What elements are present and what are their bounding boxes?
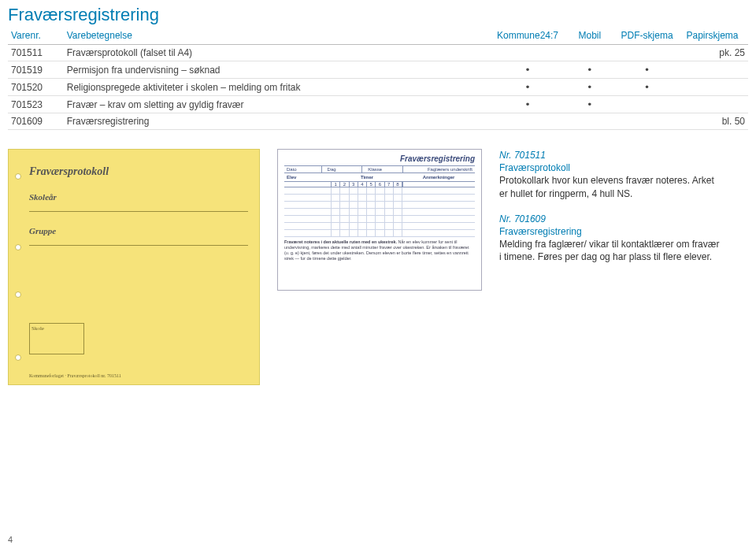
col-varenr: Varenr.	[8, 27, 64, 45]
num-cell: 3	[350, 182, 358, 187]
grid-row	[284, 223, 475, 230]
cell-k: •	[494, 96, 562, 113]
num-cell: 5	[367, 182, 376, 187]
table-header-row: Varenr. Varebetegnelse Kommune24:7 Mobil…	[8, 27, 748, 45]
num-cell: 7	[385, 182, 394, 187]
cell-nr: 701609	[8, 113, 64, 130]
col-mobil: Mobil	[561, 27, 617, 45]
white-note: Fraværet noteres i den aktuelle ruten me…	[284, 239, 475, 262]
col-kommune: Kommune24:7	[494, 27, 562, 45]
col-papir: Papirskjema	[676, 27, 748, 45]
cell-m: •	[561, 79, 617, 96]
desc-bold: Fraværsprotokoll	[499, 162, 570, 173]
desc-nr: Nr. 701511	[499, 150, 546, 161]
yellow-label-skolear: Skoleår	[29, 192, 248, 202]
cell-pp: bl. 50	[676, 113, 748, 130]
col-varebetegnelse: Varebetegnelse	[64, 27, 494, 45]
num-cell: 8	[394, 182, 402, 187]
white-anm: Anmerkninger	[402, 173, 475, 181]
col-pdf: PDF-skjema	[617, 27, 676, 45]
white-numrow: 1 2 3 4 5 6 7 8	[284, 182, 475, 187]
white-sheet-image: Fraværsregistrering Dato Dag Klasse Fagl…	[277, 149, 482, 291]
note-bold: Fraværet noteres i den aktuelle ruten me…	[284, 239, 397, 244]
desc-nr: Nr. 701609	[499, 213, 546, 224]
cell-p: •	[617, 61, 676, 79]
table-row: 701609 Fraværsregistrering bl. 50	[8, 113, 748, 130]
cell-m: •	[561, 96, 617, 113]
cell-desc: Fraværsprotokoll (falset til A4)	[64, 45, 494, 61]
white-sign: Faglærers underskrift	[406, 166, 475, 172]
content-row: Fraværsprotokoll Skoleår Gruppe Skole Ko…	[8, 149, 748, 385]
cell-m	[561, 113, 617, 130]
grid-row	[284, 195, 475, 202]
grid-row	[284, 187, 475, 195]
yellow-sheet-image: Fraværsprotokoll Skoleår Gruppe Skole Ko…	[8, 149, 260, 385]
num-cell: 2	[340, 182, 349, 187]
white-dag: Dag	[325, 166, 363, 172]
desc-body: Melding fra faglærer/ vikar til kontaktl…	[499, 239, 719, 262]
cell-k	[494, 113, 562, 130]
cell-m	[561, 45, 617, 61]
page-number: 4	[8, 535, 13, 544]
white-timer: Timer	[332, 173, 402, 181]
punch-hole-icon	[15, 354, 21, 361]
cell-k: •	[494, 79, 562, 96]
table-row: 701519 Permisjon fra undervisning – søkn…	[8, 61, 748, 79]
cell-k	[494, 45, 562, 61]
cell-nr: 701523	[8, 96, 64, 113]
cell-nr: 701519	[8, 61, 64, 79]
white-header-row: Dato Dag Klasse Faglærers underskrift	[284, 165, 475, 173]
punch-hole-icon	[15, 173, 21, 180]
desc-para-2: Nr. 701609 Fraværsregistrering Melding f…	[499, 213, 720, 264]
cell-p	[617, 96, 676, 113]
white-dato: Dato	[284, 166, 322, 172]
num-cell: 4	[358, 182, 367, 187]
yellow-footer: Kommuneforlaget · Fraværsprotokoll nr. 7…	[29, 373, 121, 378]
cell-pp	[676, 96, 748, 113]
product-table: Varenr. Varebetegnelse Kommune24:7 Mobil…	[8, 27, 748, 130]
cell-p	[617, 45, 676, 61]
white-klasse: Klasse	[365, 166, 403, 172]
cell-desc: Fravær – krav om sletting av gyldig frav…	[64, 96, 494, 113]
cell-desc: Permisjon fra undervisning – søknad	[64, 61, 494, 79]
blank-line	[29, 245, 248, 246]
desc-bold: Fraværsregistrering	[499, 226, 582, 237]
grid-row	[284, 209, 475, 216]
punch-hole-icon	[15, 244, 21, 250]
table-row: 701520 Religionspregede aktiviteter i sk…	[8, 79, 748, 96]
cell-desc: Fraværsregistrering	[64, 113, 494, 130]
cell-k: •	[494, 61, 562, 79]
cell-desc: Religionspregede aktiviteter i skolen – …	[64, 79, 494, 96]
desc-para-1: Nr. 701511 Fraværsprotokoll Protokollark…	[499, 149, 720, 200]
desc-body: Protokollark hvor kun elevens fravær not…	[499, 175, 714, 198]
blank-line	[29, 211, 248, 212]
cell-pp	[676, 61, 748, 79]
right-description: Nr. 701511 Fraværsprotokoll Protokollark…	[499, 149, 720, 276]
cell-nr: 701511	[8, 45, 64, 61]
yellow-title: Fraværsprotokoll	[29, 165, 248, 178]
grid-row	[284, 216, 475, 223]
num-cell: 1	[332, 182, 340, 187]
punch-hole-icon	[15, 291, 21, 298]
num-cell: 6	[376, 182, 384, 187]
white-elev: Elev	[284, 173, 332, 181]
grid-row	[284, 202, 475, 209]
yellow-box: Skole	[29, 323, 84, 354]
grid-row	[284, 230, 475, 237]
yellow-label-gruppe: Gruppe	[29, 226, 248, 236]
table-row: 701511 Fraværsprotokoll (falset til A4) …	[8, 45, 748, 61]
cell-nr: 701520	[8, 79, 64, 96]
white-subhead: Elev Timer Anmerkninger	[284, 173, 475, 182]
cell-p	[617, 113, 676, 130]
cell-pp	[676, 79, 748, 96]
page-title: Fraværsregistrering	[0, 0, 756, 27]
cell-m: •	[561, 61, 617, 79]
cell-pp: pk. 25	[676, 45, 748, 61]
white-title: Fraværsregistrering	[284, 154, 475, 163]
table-row: 701523 Fravær – krav om sletting av gyld…	[8, 96, 748, 113]
cell-p: •	[617, 79, 676, 96]
